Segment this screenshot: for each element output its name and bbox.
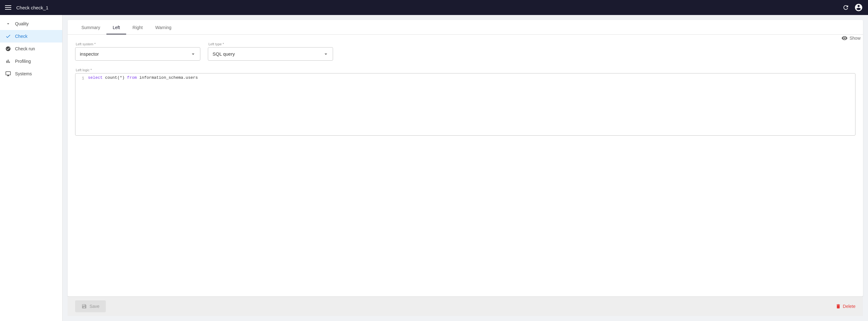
- check-circle-icon: [5, 33, 11, 39]
- chevron-down-icon: [5, 21, 11, 27]
- code-editor[interactable]: 1 select count(*) from information_schem…: [75, 73, 856, 136]
- code-text-count: count(*): [105, 75, 127, 80]
- left-logic-label: Left logic *: [75, 68, 856, 72]
- show-label: Show: [849, 36, 861, 41]
- sidebar-item-check[interactable]: Check: [0, 30, 62, 42]
- delete-button[interactable]: Delete: [835, 304, 856, 309]
- sidebar-label-quality: Quality: [15, 21, 29, 26]
- main-content: Show Summary Left Right Warning Left sys…: [63, 15, 868, 321]
- sidebar: Quality Check Check run Profiling System…: [0, 15, 63, 321]
- topbar-right: [842, 3, 863, 12]
- line-number-1: 1: [75, 75, 88, 81]
- tab-summary[interactable]: Summary: [75, 20, 106, 34]
- bar-chart-icon: [5, 58, 11, 64]
- hamburger-menu[interactable]: [5, 5, 11, 10]
- bottom-bar: Save Delete: [68, 296, 863, 316]
- form-content: Left system * inspectorother Left type *: [68, 35, 863, 296]
- code-content-1: select count(*) from information_schema.…: [88, 75, 855, 80]
- tab-left[interactable]: Left: [106, 20, 126, 34]
- code-text-table: information_schema.users: [139, 75, 198, 80]
- sidebar-item-systems[interactable]: Systems: [0, 68, 62, 80]
- sidebar-item-check-run[interactable]: Check run: [0, 42, 62, 55]
- tabs-bar: Summary Left Right Warning: [68, 20, 863, 35]
- account-icon[interactable]: [854, 3, 863, 12]
- topbar-left: Check check_1: [5, 5, 49, 10]
- sidebar-label-check: Check: [15, 34, 28, 39]
- left-logic-field: Left logic * 1 select count(*) from info…: [75, 68, 856, 136]
- left-system-select-wrapper: inspectorother: [75, 47, 200, 61]
- keyword-select: select: [88, 75, 103, 80]
- save-button[interactable]: Save: [75, 300, 106, 312]
- delete-label: Delete: [843, 304, 856, 309]
- card: Summary Left Right Warning Left system *…: [68, 20, 863, 296]
- monitor-icon: [5, 71, 11, 77]
- sidebar-label-systems: Systems: [15, 71, 32, 76]
- sidebar-label-check-run: Check run: [15, 46, 35, 51]
- tab-warning[interactable]: Warning: [149, 20, 178, 34]
- form-row-systems: Left system * inspectorother Left type *: [75, 42, 856, 61]
- topbar: Check check_1: [0, 0, 868, 15]
- left-type-select[interactable]: SQL queryTableFile: [208, 47, 333, 60]
- save-label: Save: [90, 304, 99, 309]
- refresh-icon[interactable]: [842, 4, 849, 11]
- keyword-from: from: [127, 75, 137, 80]
- sidebar-label-profiling: Profiling: [15, 59, 31, 64]
- layout: Quality Check Check run Profiling System…: [0, 15, 868, 321]
- left-type-field: Left type * SQL queryTableFile: [208, 42, 333, 61]
- check-circle-outline-icon: [5, 46, 11, 52]
- code-line-1: 1 select count(*) from information_schem…: [75, 73, 855, 82]
- left-system-label: Left system *: [75, 42, 200, 46]
- sidebar-item-profiling[interactable]: Profiling: [0, 55, 62, 68]
- left-type-select-wrapper: SQL queryTableFile: [208, 47, 333, 61]
- topbar-title: Check check_1: [16, 5, 49, 10]
- left-type-label: Left type *: [208, 42, 333, 46]
- tab-right[interactable]: Right: [126, 20, 149, 34]
- left-system-field: Left system * inspectorother: [75, 42, 200, 61]
- left-system-select[interactable]: inspectorother: [75, 47, 200, 60]
- show-button[interactable]: Show: [841, 35, 861, 41]
- sidebar-item-quality[interactable]: Quality: [0, 17, 62, 30]
